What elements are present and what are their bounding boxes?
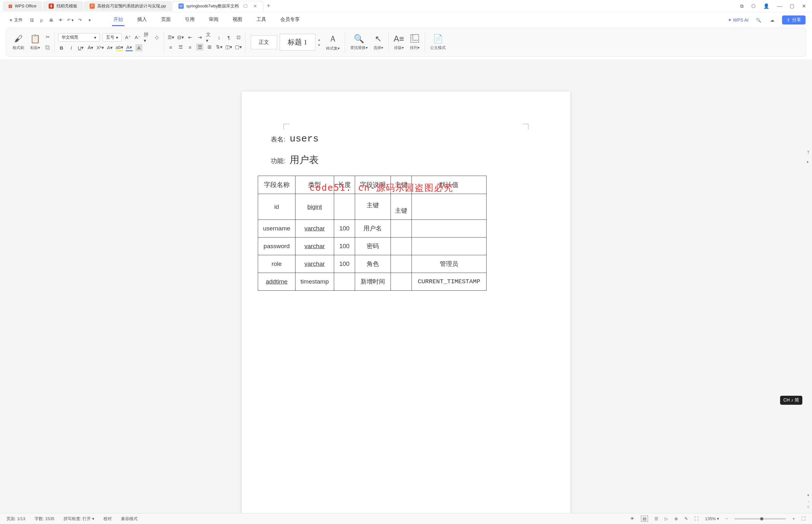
- show-marks-icon[interactable]: ⊡: [235, 34, 242, 41]
- tab-tools[interactable]: 工具: [255, 14, 267, 26]
- qat-more-icon[interactable]: ▾: [86, 16, 94, 23]
- styleset-button[interactable]: Ａ 样式集▾: [324, 33, 342, 51]
- cut-icon[interactable]: ✂: [44, 33, 51, 40]
- shading-icon[interactable]: ◫▾: [225, 44, 232, 51]
- borders-icon[interactable]: ▢▾: [235, 44, 242, 51]
- decrease-indent-icon[interactable]: ⇤: [186, 34, 194, 41]
- font-color-icon[interactable]: A▾: [126, 44, 133, 51]
- paste-group[interactable]: 📋 粘贴▾: [28, 34, 42, 51]
- page-down-icon[interactable]: ▾: [807, 492, 810, 498]
- tab-ppt-doc[interactable]: P 高校自习室预约系统的设计与实现.pp: [84, 1, 172, 11]
- document-canvas[interactable]: ⠿ code51. cn-源码乐园盗图必究 表名: users 功能: 用户表 …: [0, 59, 812, 513]
- tab-templates[interactable]: ⬇ 找稻壳模板: [43, 1, 83, 11]
- bullets-icon[interactable]: ☰▾: [167, 34, 174, 41]
- maximize-icon[interactable]: ▢: [790, 3, 794, 9]
- word-count[interactable]: 字数: 1535: [34, 516, 54, 522]
- file-menu-button[interactable]: ≡ 文件: [6, 16, 26, 24]
- compat-mode[interactable]: 兼容模式: [121, 516, 137, 522]
- style-scroll[interactable]: ▴▾: [318, 37, 320, 47]
- strike-icon[interactable]: A̶▾: [87, 44, 94, 51]
- italic-icon[interactable]: I: [68, 44, 75, 51]
- select-button[interactable]: ↖ 选择▾: [371, 34, 385, 51]
- fullscreen-icon[interactable]: ⛶: [801, 516, 806, 521]
- increase-indent-icon[interactable]: ⇥: [196, 34, 203, 41]
- view-read-icon[interactable]: ▷: [665, 516, 668, 521]
- zoom-value[interactable]: 135% ▾: [705, 516, 719, 521]
- page-indicator[interactable]: 页面: 1/13: [6, 516, 26, 522]
- close-icon[interactable]: ✕: [802, 3, 806, 9]
- proof-status[interactable]: 校对: [103, 516, 112, 522]
- tab-home[interactable]: 开始: [112, 14, 125, 26]
- redo-icon[interactable]: ↷: [77, 16, 84, 23]
- numbering-icon[interactable]: ⊟▾: [177, 34, 184, 41]
- tab-member[interactable]: 会员专享: [279, 14, 301, 26]
- pen-icon[interactable]: ✎: [684, 516, 688, 521]
- view-outline-icon[interactable]: ☰: [654, 516, 658, 521]
- tab-view[interactable]: 视图: [231, 14, 244, 26]
- tab-review[interactable]: 审阅: [208, 14, 220, 26]
- underline-icon[interactable]: U▾: [77, 44, 84, 51]
- arrange-button[interactable]: ⿺ 排列▾: [408, 34, 421, 51]
- align-right-icon[interactable]: ≡: [186, 44, 194, 51]
- clear-format-icon[interactable]: ◇: [153, 34, 161, 41]
- print-icon[interactable]: 🖶: [48, 16, 55, 23]
- tab-insert[interactable]: 插入: [136, 14, 148, 26]
- line-break-icon[interactable]: ¶: [225, 34, 232, 41]
- copy-icon[interactable]: ⿻: [44, 44, 51, 51]
- text-effect-icon[interactable]: A▾: [106, 44, 113, 51]
- share-button[interactable]: ⇪分享: [782, 15, 806, 24]
- highlight-icon[interactable]: ab▾: [116, 44, 123, 51]
- format-painter-group[interactable]: 🖌 格式刷: [11, 34, 26, 51]
- up-icon[interactable]: ▴: [806, 158, 811, 164]
- page-nav-down-icon[interactable]: ▿: [807, 504, 810, 510]
- align-center-icon[interactable]: ☰: [177, 44, 184, 51]
- formula-mode-button[interactable]: 📄 公文模式: [428, 34, 448, 51]
- align-left-icon[interactable]: ≡: [167, 44, 174, 51]
- cloud-icon[interactable]: ☁: [768, 16, 776, 23]
- bold-icon[interactable]: B: [58, 44, 65, 51]
- tab-close-icon[interactable]: ✕: [253, 3, 257, 9]
- zoom-out-icon[interactable]: −: [726, 516, 728, 521]
- search-icon[interactable]: 🔍: [755, 16, 762, 23]
- focus-icon[interactable]: ⛶: [694, 516, 699, 521]
- view-web-icon[interactable]: ⊕: [675, 516, 678, 521]
- zoom-in-icon[interactable]: +: [792, 516, 795, 521]
- ime-indicator[interactable]: CH ♪ 简: [780, 396, 802, 405]
- style-heading1[interactable]: 标题 1: [280, 34, 315, 51]
- zoom-thumb[interactable]: [760, 517, 763, 521]
- decrease-font-icon[interactable]: A⁻: [134, 34, 141, 41]
- char-shading-icon[interactable]: A: [135, 44, 143, 51]
- spellcheck-status[interactable]: 拼写检查: 打开 ▾: [64, 516, 95, 522]
- collapse-icon[interactable]: ⤒: [806, 149, 811, 155]
- style-normal[interactable]: 正文: [251, 35, 277, 49]
- export-icon[interactable]: ρ: [38, 16, 45, 23]
- cube-icon[interactable]: ⬡: [751, 3, 756, 9]
- phonetic-icon[interactable]: 拼▾: [144, 34, 151, 41]
- font-size-select[interactable]: 五号▾: [102, 33, 122, 42]
- align-justify-icon[interactable]: ☰: [196, 44, 203, 51]
- tab-page[interactable]: 页面: [160, 14, 172, 26]
- view-page-icon[interactable]: ▤: [641, 515, 648, 522]
- tab-word-doc-active[interactable]: W springbootb7wby数据库文档 🖵 ✕: [172, 1, 263, 11]
- text-direction-icon[interactable]: 文▾: [206, 34, 213, 41]
- layout-button[interactable]: A≡ 排版▾: [392, 34, 406, 51]
- distribute-icon[interactable]: ⊞: [206, 44, 213, 51]
- drag-handle-icon[interactable]: ⠿: [274, 138, 277, 143]
- line-spacing-icon[interactable]: ⇅▾: [216, 44, 223, 51]
- preview-icon[interactable]: 👁: [57, 16, 64, 23]
- save-icon[interactable]: 🖫: [28, 16, 35, 23]
- new-tab-button[interactable]: +: [264, 2, 273, 11]
- avatar-icon[interactable]: 👤: [763, 3, 769, 9]
- zoom-slider[interactable]: [734, 518, 786, 520]
- undo-icon[interactable]: ↶ ▾: [67, 16, 74, 23]
- eye-icon[interactable]: 👁: [630, 516, 634, 521]
- wps-ai-button[interactable]: ✦WPS AI: [728, 17, 748, 22]
- find-replace-button[interactable]: 🔍 查找替换▾: [348, 34, 369, 51]
- minimize-icon[interactable]: —: [777, 3, 782, 9]
- increase-font-icon[interactable]: A⁺: [125, 34, 131, 41]
- font-name-select[interactable]: 华文细黑▾: [58, 33, 100, 42]
- superscript-icon[interactable]: X²▾: [97, 44, 104, 51]
- sort-icon[interactable]: ↕: [216, 34, 223, 41]
- tab-reference[interactable]: 引用: [184, 14, 196, 26]
- tab-wps-home[interactable]: ▨ WPS Office: [3, 1, 42, 11]
